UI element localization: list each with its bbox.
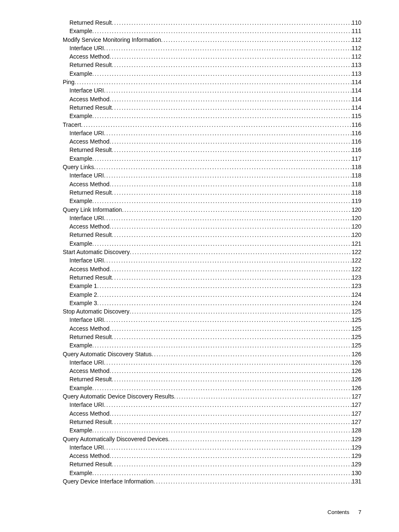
toc-entry-page: 114 bbox=[352, 86, 361, 95]
toc-entry[interactable]: Access Method118 bbox=[38, 180, 361, 188]
toc-dot-leader bbox=[104, 129, 351, 137]
toc-entry[interactable]: Tracert116 bbox=[38, 121, 361, 129]
toc-dot-leader bbox=[153, 477, 352, 486]
toc-dot-leader bbox=[94, 163, 352, 171]
toc-entry[interactable]: Interface URI127 bbox=[38, 401, 361, 409]
page-footer: Contents 7 bbox=[327, 509, 361, 515]
toc-entry-title: Example 3 bbox=[69, 299, 97, 307]
toc-entry-title: Interface URI bbox=[69, 358, 104, 367]
toc-entry[interactable]: Returned Result110 bbox=[38, 18, 361, 27]
toc-entry-page: 129 bbox=[352, 435, 361, 443]
toc-entry[interactable]: Query Automatically Discovered Devices12… bbox=[38, 435, 361, 443]
toc-entry-title: Example bbox=[69, 341, 92, 350]
toc-entry[interactable]: Example 1123 bbox=[38, 282, 361, 290]
toc-entry[interactable]: Access Method122 bbox=[38, 265, 361, 273]
toc-entry[interactable]: Example111 bbox=[38, 27, 361, 35]
toc-entry[interactable]: Returned Result129 bbox=[38, 460, 361, 468]
toc-dot-leader bbox=[110, 95, 352, 103]
toc-entry-page: 122 bbox=[352, 248, 361, 256]
toc-entry-page: 114 bbox=[352, 78, 361, 86]
toc-entry[interactable]: Example 3124 bbox=[38, 299, 361, 307]
toc-entry-page: 114 bbox=[352, 103, 361, 112]
toc-entry[interactable]: Interface URI125 bbox=[38, 316, 361, 324]
toc-entry[interactable]: Query Links118 bbox=[38, 163, 361, 171]
toc-entry-title: Example 2 bbox=[69, 290, 97, 299]
toc-entry-page: 125 bbox=[352, 333, 361, 341]
toc-entry[interactable]: Example121 bbox=[38, 239, 361, 248]
toc-entry[interactable]: Returned Result114 bbox=[38, 103, 361, 112]
toc-entry[interactable]: Interface URI116 bbox=[38, 129, 361, 137]
toc-entry[interactable]: Access Method112 bbox=[38, 52, 361, 61]
toc-entry[interactable]: Query Automatic Device Discovery Results… bbox=[38, 392, 361, 401]
toc-entry[interactable]: Example119 bbox=[38, 197, 361, 205]
toc-entry[interactable]: Access Method126 bbox=[38, 367, 361, 375]
toc-entry[interactable]: Access Method114 bbox=[38, 95, 361, 103]
toc-dot-leader bbox=[168, 435, 352, 443]
toc-entry[interactable]: Returned Result126 bbox=[38, 375, 361, 383]
toc-entry-title: Access Method bbox=[69, 95, 110, 103]
toc-entry[interactable]: Access Method116 bbox=[38, 137, 361, 146]
toc-dot-leader bbox=[110, 409, 352, 418]
toc-entry-page: 112 bbox=[352, 36, 361, 44]
toc-entry[interactable]: Returned Result127 bbox=[38, 418, 361, 426]
toc-entry[interactable]: Interface URI112 bbox=[38, 44, 361, 52]
toc-entry[interactable]: Modify Service Monitoring Information112 bbox=[38, 36, 361, 44]
toc-entry[interactable]: Example125 bbox=[38, 341, 361, 350]
toc-entry[interactable]: Returned Result116 bbox=[38, 146, 361, 154]
toc-entry-page: 130 bbox=[352, 469, 361, 477]
toc-entry[interactable]: Example115 bbox=[38, 112, 361, 120]
toc-entry-title: Interface URI bbox=[69, 44, 104, 52]
toc-dot-leader bbox=[92, 384, 351, 392]
toc-dot-leader bbox=[92, 426, 351, 434]
toc-entry[interactable]: Example113 bbox=[38, 69, 361, 78]
toc-entry[interactable]: Interface URI120 bbox=[38, 214, 361, 222]
toc-entry[interactable]: Example128 bbox=[38, 426, 361, 434]
toc-entry-title: Start Automatic Discovery bbox=[63, 248, 130, 256]
toc-entry-page: 124 bbox=[352, 290, 361, 299]
toc-entry[interactable]: Returned Result118 bbox=[38, 188, 361, 197]
toc-dot-leader bbox=[174, 392, 352, 401]
toc-dot-leader bbox=[92, 469, 351, 477]
toc-entry[interactable]: Returned Result123 bbox=[38, 273, 361, 282]
toc-entry-page: 126 bbox=[352, 350, 361, 358]
toc-entry[interactable]: Interface URI114 bbox=[38, 86, 361, 95]
page-container: Returned Result110Example111Modify Servi… bbox=[0, 0, 399, 532]
toc-entry[interactable]: Interface URI122 bbox=[38, 256, 361, 265]
toc-entry-title: Interface URI bbox=[69, 443, 104, 452]
toc-entry[interactable]: Access Method127 bbox=[38, 409, 361, 418]
toc-entry[interactable]: Interface URI118 bbox=[38, 171, 361, 180]
toc-entry[interactable]: Ping114 bbox=[38, 78, 361, 86]
toc-dot-leader bbox=[110, 324, 352, 333]
toc-entry-page: 131 bbox=[352, 477, 361, 486]
toc-entry[interactable]: Returned Result120 bbox=[38, 231, 361, 239]
toc-entry[interactable]: Start Automatic Discovery122 bbox=[38, 248, 361, 256]
toc-entry[interactable]: Access Method125 bbox=[38, 324, 361, 333]
toc-entry-title: Returned Result bbox=[69, 146, 112, 154]
toc-entry-title: Query Automatic Device Discovery Results bbox=[63, 392, 174, 401]
toc-entry[interactable]: Example 2124 bbox=[38, 290, 361, 299]
toc-entry-page: 122 bbox=[352, 265, 361, 273]
toc-entry[interactable]: Returned Result125 bbox=[38, 333, 361, 341]
toc-dot-leader bbox=[110, 222, 352, 231]
toc-entry-title: Returned Result bbox=[69, 333, 112, 341]
toc-entry-title: Query Links bbox=[63, 163, 94, 171]
toc-entry-title: Example bbox=[69, 69, 92, 78]
toc-entry[interactable]: Interface URI126 bbox=[38, 358, 361, 367]
toc-entry[interactable]: Query Device Interface Information131 bbox=[38, 477, 361, 486]
toc-entry-title: Access Method bbox=[69, 452, 110, 460]
toc-dot-leader bbox=[112, 188, 351, 197]
toc-entry-page: 113 bbox=[352, 61, 361, 69]
toc-entry[interactable]: Query Automatic Discovery Status126 bbox=[38, 350, 361, 358]
toc-entry-page: 125 bbox=[352, 341, 361, 350]
toc-entry[interactable]: Example117 bbox=[38, 154, 361, 163]
toc-entry[interactable]: Access Method120 bbox=[38, 222, 361, 231]
toc-entry[interactable]: Example126 bbox=[38, 384, 361, 392]
toc-entry[interactable]: Access Method129 bbox=[38, 452, 361, 460]
toc-entry[interactable]: Query Link Information120 bbox=[38, 206, 361, 214]
toc-entry[interactable]: Example130 bbox=[38, 469, 361, 477]
toc-entry[interactable]: Stop Automatic Discovery125 bbox=[38, 307, 361, 316]
toc-entry[interactable]: Returned Result113 bbox=[38, 61, 361, 69]
toc-entry[interactable]: Interface URI129 bbox=[38, 443, 361, 452]
toc-dot-leader bbox=[74, 78, 352, 86]
toc-entry-title: Access Method bbox=[69, 222, 110, 231]
